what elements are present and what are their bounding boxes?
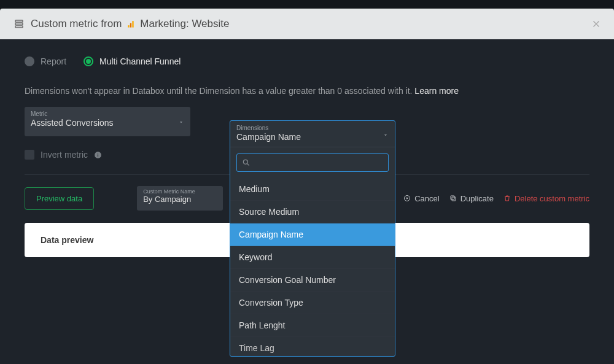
svg-rect-12 <box>452 197 456 201</box>
dimension-option[interactable]: Campaign Name <box>230 223 395 246</box>
svg-rect-4 <box>15 26 23 28</box>
svg-rect-3 <box>15 23 23 25</box>
learn-more-link[interactable]: Learn more <box>414 86 459 96</box>
svg-rect-10 <box>98 153 98 153</box>
delete-button[interactable]: Delete custom metric <box>503 194 589 203</box>
invert-label: Invert metric <box>41 150 88 160</box>
dim-label: Dimensions <box>236 125 389 131</box>
duplicate-button[interactable]: Duplicate <box>449 194 494 203</box>
chevron-down-icon <box>383 132 389 138</box>
hint-text: Dimensions won't appear in Databox until… <box>25 86 414 96</box>
dim-value: Campaign Name <box>236 132 389 142</box>
duplicate-label: Duplicate <box>460 194 494 203</box>
svg-rect-2 <box>15 20 23 22</box>
radio-report-label: Report <box>41 56 66 66</box>
dimension-option[interactable]: Medium <box>230 178 395 201</box>
title-source: Marketing: Website <box>140 18 229 30</box>
dimension-option[interactable]: Path Lenght <box>230 314 395 337</box>
dimension-option[interactable]: Conversion Goal Number <box>230 269 395 292</box>
funnel-type-radios: Report Multi Channel Funnel <box>25 56 589 66</box>
search-icon <box>242 158 251 167</box>
preview-data-button[interactable]: Preview data <box>25 187 94 210</box>
dimensions-search[interactable] <box>236 153 389 172</box>
close-button[interactable] <box>591 18 602 29</box>
svg-rect-9 <box>98 154 98 157</box>
title-prefix: Custom metric from <box>31 18 122 30</box>
radio-report[interactable]: Report <box>25 56 66 66</box>
cancel-label: Cancel <box>414 194 439 203</box>
info-icon[interactable] <box>94 151 102 159</box>
radio-off-icon <box>25 56 34 66</box>
metric-select-value: Assisted Conversions <box>31 118 184 128</box>
dimension-option[interactable]: Keyword <box>230 246 395 269</box>
radio-mcf-label: Multi Channel Funnel <box>99 56 181 66</box>
stack-icon <box>14 18 25 29</box>
cancel-icon <box>403 195 411 202</box>
chevron-down-icon <box>178 119 184 125</box>
metric-select[interactable]: Metric Assisted Conversions <box>25 107 190 136</box>
dimensions-dropdown: Dimensions Campaign Name MediumSource Me… <box>230 120 395 357</box>
dimension-option[interactable]: Conversion Type <box>230 292 395 314</box>
dimensions-search-input[interactable] <box>254 158 383 168</box>
modal-title: Custom metric from Marketing: Website <box>31 18 230 30</box>
dimension-option[interactable]: Source Medium <box>230 201 395 223</box>
close-icon <box>591 18 602 29</box>
cm-name-label: Custom Metric Name <box>143 188 217 195</box>
dimensions-dropdown-header[interactable]: Dimensions Campaign Name <box>230 121 395 147</box>
radio-mcf[interactable]: Multi Channel Funnel <box>84 56 181 66</box>
radio-on-icon <box>84 56 93 66</box>
trash-icon <box>503 195 511 202</box>
delete-label: Delete custom metric <box>515 194 589 203</box>
invert-checkbox[interactable] <box>25 150 34 160</box>
svg-point-14 <box>243 160 247 164</box>
custom-metric-name-input[interactable]: Custom Metric Name By Campaign <box>137 186 223 211</box>
google-analytics-icon <box>126 20 135 28</box>
svg-rect-13 <box>451 196 454 199</box>
metric-select-label: Metric <box>31 110 184 117</box>
cm-name-value: By Campaign <box>143 195 217 204</box>
dimensions-list: MediumSource MediumCampaign NameKeywordC… <box>230 178 395 356</box>
copy-icon <box>449 195 457 202</box>
svg-rect-6 <box>130 23 131 28</box>
cancel-button[interactable]: Cancel <box>403 194 439 203</box>
svg-rect-7 <box>133 21 134 28</box>
modal-header: Custom metric from Marketing: Website <box>0 9 614 39</box>
dimension-option[interactable]: Time Lag <box>230 337 395 356</box>
dimensions-hint: Dimensions won't appear in Databox until… <box>25 86 589 96</box>
svg-rect-5 <box>128 25 130 28</box>
